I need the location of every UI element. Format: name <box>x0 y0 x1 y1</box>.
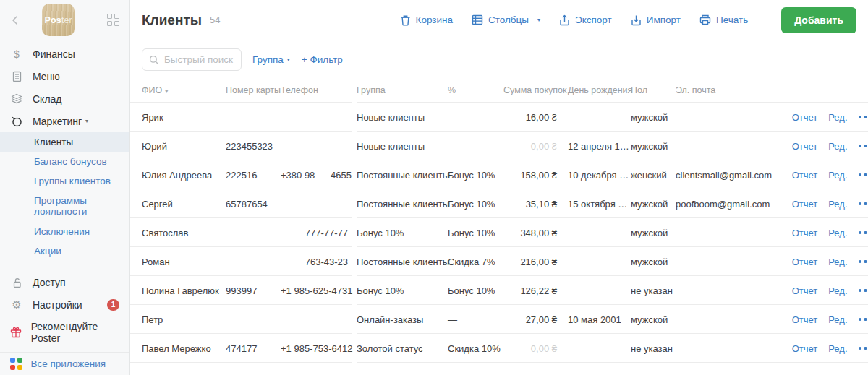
edit-link[interactable]: Ред. <box>828 285 847 296</box>
column-header-group[interactable]: Группа <box>357 85 448 95</box>
edit-link[interactable]: Ред. <box>828 314 847 325</box>
sidebar-item-access[interactable]: Доступ <box>0 271 129 293</box>
more-actions-icon[interactable] <box>859 113 868 122</box>
sidebar-item-client-groups[interactable]: Группы клиентов <box>0 171 129 191</box>
collapse-sidebar-icon[interactable] <box>10 14 20 26</box>
discount-percent: Бонус 10% <box>448 228 503 238</box>
edit-link[interactable]: Ред. <box>828 141 847 152</box>
more-actions-icon[interactable] <box>859 171 868 180</box>
sidebar-item-exceptions[interactable]: Исключения <box>0 222 129 241</box>
filter-bar: Группа ▾ + Фильтр <box>142 48 856 71</box>
edit-link[interactable]: Ред. <box>828 228 847 238</box>
edit-link[interactable]: Ред. <box>828 343 847 354</box>
search-input[interactable] <box>164 54 234 65</box>
search-icon <box>149 55 159 65</box>
report-link[interactable]: Отчет <box>792 285 818 296</box>
column-header-birthday[interactable]: День рождения <box>568 85 626 95</box>
clients-count: 54 <box>210 14 220 25</box>
gender: мужской <box>631 257 676 267</box>
logo-text-bold: Pos <box>44 15 61 25</box>
sidebar-item-all-apps[interactable]: Все приложения <box>0 352 129 375</box>
report-link[interactable]: Отчет <box>792 141 818 152</box>
export-button[interactable]: Экспорт <box>559 14 612 26</box>
sidebar-item-bonus-balance[interactable]: Баланс бонусов <box>0 152 129 171</box>
column-header-percent[interactable]: % <box>448 85 503 95</box>
discount-percent: — <box>448 141 503 152</box>
edit-link[interactable]: Ред. <box>828 199 847 210</box>
chevron-down-icon: ▾ <box>85 118 88 124</box>
report-link[interactable]: Отчет <box>792 112 818 123</box>
client-group: Онлайн-заказы <box>357 314 448 325</box>
purchase-sum: 0,00 ₴ <box>503 141 557 152</box>
sidebar-item-label: Финансы <box>33 48 75 60</box>
client-group: Постоянные клиенты <box>357 257 448 267</box>
phone-number: +1 985-625-4731 <box>281 285 348 296</box>
poster-logo[interactable]: Poster <box>42 4 75 36</box>
megaphone-icon <box>9 116 25 127</box>
edit-link[interactable]: Ред. <box>828 170 847 181</box>
sidebar-item-marketing[interactable]: Маркетинг ▾ <box>0 110 129 132</box>
arrow-up-tray-icon <box>559 14 570 26</box>
report-link[interactable]: Отчет <box>792 257 818 267</box>
client-name: Петр <box>142 314 226 325</box>
import-button[interactable]: Импорт <box>631 14 681 26</box>
sidebar-item-label: Склад <box>33 93 62 105</box>
client-group: Постоянные клиенты <box>357 199 448 210</box>
client-group: Постоянные клиенты <box>357 170 448 181</box>
table-row: Сергей65787654Постоянные клиентыБонус 10… <box>130 189 868 218</box>
row-actions: ОтчетРед. <box>767 314 868 325</box>
add-filter-button[interactable]: + Фильтр <box>302 54 343 65</box>
more-actions-icon[interactable] <box>859 315 868 324</box>
column-header-phone[interactable]: Телефон <box>281 85 348 95</box>
sidebar-item-settings[interactable]: ⚙ Настройки 1 <box>0 293 129 316</box>
sidebar-item-loyalty-programs[interactable]: Программы лояльности <box>0 191 129 222</box>
card-number: 993997 <box>226 285 281 296</box>
report-link[interactable]: Отчет <box>792 199 818 210</box>
print-button[interactable]: Печать <box>699 14 748 25</box>
sidebar-item-label: Меню <box>33 71 60 82</box>
report-link[interactable]: Отчет <box>792 343 818 354</box>
card-number: 222516 <box>226 170 281 181</box>
more-actions-icon[interactable] <box>859 199 868 209</box>
sidebar-subitem-label: Исключения <box>34 226 90 237</box>
column-header-sum[interactable]: Сумма покупок <box>503 85 557 95</box>
quick-search[interactable] <box>142 48 242 71</box>
add-client-button[interactable]: Добавить <box>781 7 856 33</box>
more-actions-icon[interactable] <box>859 142 868 151</box>
report-link[interactable]: Отчет <box>792 314 818 325</box>
page-title: Клиенты <box>142 12 202 28</box>
more-actions-icon[interactable] <box>859 286 868 296</box>
sidebar-item-recommend-poster[interactable]: Рекомендуйте Poster <box>0 321 129 343</box>
client-name: Полина Гаврелюк <box>142 285 226 296</box>
gender: мужской <box>631 314 676 325</box>
trash-button[interactable]: Корзина <box>400 14 453 26</box>
main-area: Клиенты 54 Корзина Столбцы ▾ Экспорт <box>130 0 868 375</box>
report-link[interactable]: Отчет <box>792 228 818 238</box>
sidebar-item-finances[interactable]: $ Финансы <box>0 43 129 65</box>
column-header-fio[interactable]: ФИО▾ <box>142 85 226 95</box>
grid-square <box>107 14 112 19</box>
discount-percent: Скидка 10% <box>448 343 503 354</box>
page-header: Клиенты 54 Корзина Столбцы ▾ Экспорт <box>130 0 868 40</box>
sidebar-item-stock[interactable]: Склад <box>0 87 129 110</box>
columns-button[interactable]: Столбцы ▾ <box>472 14 540 25</box>
sidebar-item-clients[interactable]: Клиенты <box>0 132 129 152</box>
phone-number: 777-77-77 <box>281 228 348 238</box>
discount-percent: Бонус 10% <box>448 285 503 296</box>
more-actions-icon[interactable] <box>859 228 868 238</box>
row-actions: ОтчетРед. <box>767 141 868 152</box>
sidebar-item-promotions[interactable]: Акции <box>0 241 129 261</box>
sidebar-item-menu[interactable]: Меню <box>0 65 129 87</box>
column-header-gender[interactable]: Пол <box>631 85 676 95</box>
more-actions-icon[interactable] <box>859 344 868 353</box>
column-header-email[interactable]: Эл. почта <box>676 85 767 95</box>
edit-link[interactable]: Ред. <box>828 257 847 267</box>
group-filter-dropdown[interactable]: Группа ▾ <box>252 54 290 65</box>
grid-square <box>107 21 112 26</box>
more-actions-icon[interactable] <box>859 257 868 267</box>
purchase-sum: 16,00 ₴ <box>503 112 557 123</box>
report-link[interactable]: Отчет <box>792 170 818 181</box>
edit-link[interactable]: Ред. <box>828 112 847 123</box>
column-header-card[interactable]: Номер карты <box>226 85 281 95</box>
apps-switcher-icon[interactable] <box>107 14 119 26</box>
